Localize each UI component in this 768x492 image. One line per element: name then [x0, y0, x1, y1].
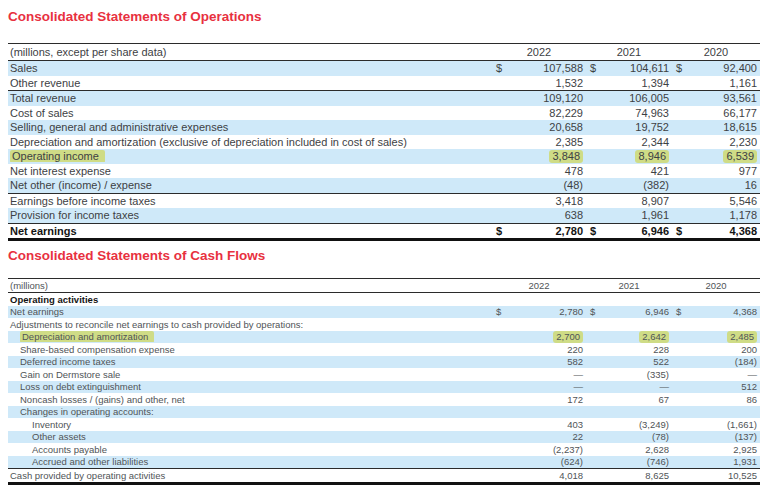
- cell-value: 4,018: [506, 470, 586, 481]
- row-label: Net other (income) / expense: [8, 179, 492, 191]
- row-label-text: Provision for income taxes: [10, 209, 139, 221]
- row-label-text: Earnings before income taxes: [10, 195, 156, 207]
- cell-value: 478: [506, 165, 586, 177]
- cell-value-text: 1,178: [729, 209, 757, 221]
- currency-symbol: $: [586, 306, 600, 317]
- section-title: Consolidated Statements of Operations: [8, 9, 760, 24]
- row-label-text: Adjustments to reconcile net earnings to…: [10, 319, 303, 330]
- cell-value: 8,946: [600, 150, 672, 162]
- cell-value-text: 1,931: [733, 456, 757, 467]
- cell-value: 6,946: [600, 225, 672, 237]
- cell-value: 522: [600, 356, 672, 367]
- cell-value: 22: [506, 431, 586, 442]
- cell-value: 977: [686, 165, 760, 177]
- cell-value: 66,177: [686, 107, 760, 119]
- table-row: Depreciation and amortization (exclusive…: [8, 135, 760, 150]
- cell-value: (3,249): [600, 419, 672, 430]
- table-header: (millions)202220212020: [8, 279, 760, 293]
- row-label-text: Net earnings: [10, 306, 64, 317]
- cell-value-text: 403: [567, 419, 583, 430]
- cell-value: 1,961: [600, 209, 672, 221]
- row-label-text: Cost of sales: [10, 107, 74, 119]
- row-label-text: Operating activities: [10, 294, 98, 305]
- cell-value: —: [686, 369, 760, 380]
- cell-value: —: [600, 381, 672, 392]
- cell-value-text: —: [748, 369, 758, 380]
- cell-value: 8,907: [600, 195, 672, 207]
- cell-value-text: —: [660, 381, 670, 392]
- year-header: 2022: [492, 280, 586, 291]
- table-row: Operating income3,8488,9466,539: [8, 149, 760, 164]
- cell-value-text: 92,400: [723, 62, 757, 74]
- row-label-text: Other assets: [32, 431, 86, 442]
- cell-value: 82,229: [506, 107, 586, 119]
- row-label: Gain on Dermstore sale: [8, 369, 492, 380]
- cell-value: (2,237): [506, 444, 586, 455]
- cell-value-text: 228: [653, 344, 669, 355]
- cell-value-text: 22: [572, 431, 583, 442]
- cell-value-text: 1,161: [729, 77, 757, 89]
- cell-value-text: (335): [647, 369, 669, 380]
- row-label: Other revenue: [8, 77, 492, 89]
- cell-value-text: (624): [561, 456, 583, 467]
- row-label-text: Total revenue: [10, 92, 76, 104]
- cell-value: 74,963: [600, 107, 672, 119]
- row-label: Operating income: [8, 150, 492, 162]
- cell-value: 1,394: [600, 77, 672, 89]
- cell-value: 20,658: [506, 121, 586, 133]
- table-row: Net other (income) / expense(48)(382)16: [8, 178, 760, 193]
- cell-value-text: (184): [735, 356, 757, 367]
- cell-value: (1,661): [686, 419, 760, 430]
- cell-value-text: 74,963: [635, 107, 669, 119]
- row-label: Adjustments to reconcile net earnings to…: [8, 319, 492, 330]
- cell-value-text: 2,700: [553, 331, 583, 343]
- cell-value-text: 512: [741, 381, 757, 392]
- cell-value: 92,400: [686, 62, 760, 74]
- table-row: Cash provided by operating activities4,0…: [8, 468, 760, 485]
- table-row: Gain on Dermstore sale—(335)—: [8, 368, 760, 381]
- cell-value: 19,752: [600, 121, 672, 133]
- table-row: Net earnings$2,780$6,946$4,368: [8, 306, 760, 319]
- cell-value: 106,005: [600, 92, 672, 104]
- table-row: Total revenue109,120106,00593,561: [8, 90, 760, 106]
- table-row: Selling, general and administrative expe…: [8, 120, 760, 135]
- cell-value: 172: [506, 394, 586, 405]
- cell-value-text: 16: [745, 179, 757, 191]
- row-label: Cash provided by operating activities: [8, 470, 492, 481]
- cell-value: 582: [506, 356, 586, 367]
- cell-value-text: 6,539: [723, 150, 757, 163]
- cell-value: 1,931: [686, 456, 760, 467]
- table-row: Changes in operating accounts:: [8, 406, 760, 419]
- currency-symbol: $: [492, 306, 506, 317]
- cell-value-text: 10,525: [728, 470, 757, 481]
- cell-value-text: 8,907: [641, 195, 669, 207]
- row-label: Sales: [8, 62, 492, 74]
- cell-value: 104,611: [600, 62, 672, 74]
- cell-value-text: 67: [658, 394, 669, 405]
- cell-value: 200: [686, 344, 760, 355]
- cell-value-text: 82,229: [549, 107, 583, 119]
- table-row: Deferred income taxes582522(184): [8, 356, 760, 369]
- cell-value: 228: [600, 344, 672, 355]
- row-label: Inventory: [8, 419, 492, 430]
- cell-value: 2,780: [506, 306, 586, 317]
- cell-value-text: (78): [652, 431, 669, 442]
- table-row: Sales$107,588$104,611$92,400: [8, 61, 760, 76]
- row-label: Other assets: [8, 431, 492, 442]
- cell-value: 67: [600, 394, 672, 405]
- row-label: Cost of sales: [8, 107, 492, 119]
- row-label: Total revenue: [8, 92, 492, 104]
- row-label-text: Cash provided by operating activities: [10, 470, 165, 481]
- row-label: Share-based compensation expense: [8, 344, 492, 355]
- row-label: Net earnings: [8, 225, 492, 237]
- cell-value: 1,178: [686, 209, 760, 221]
- cell-value: 2,385: [506, 136, 586, 148]
- cell-value: 220: [506, 344, 586, 355]
- row-label-text: Net other (income) / expense: [10, 179, 152, 191]
- financial-table: (millions)202220212020Operating activiti…: [8, 278, 760, 485]
- row-label: Net earnings: [8, 306, 492, 317]
- cell-value: —: [506, 369, 586, 380]
- cell-value: 109,120: [506, 92, 586, 104]
- cell-value: 10,525: [686, 470, 760, 481]
- cell-value-text: 421: [651, 165, 669, 177]
